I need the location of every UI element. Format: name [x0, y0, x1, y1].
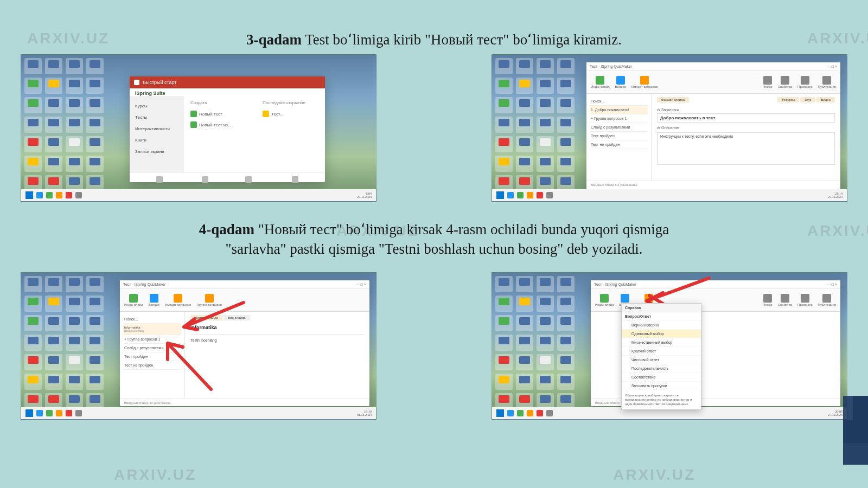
pass-item[interactable]: Тест пройден [123, 352, 181, 361]
taskbar: 21:14 27.11.2024 [492, 189, 847, 201]
recent-item[interactable]: Тест... [263, 108, 318, 119]
taskbar-icon[interactable] [75, 192, 82, 198]
title-input[interactable]: Добро пожаловать в тест [657, 113, 835, 123]
ribbon-import[interactable]: Импорт вопросов [165, 294, 192, 306]
quickstart-footer: Видеоуроки Вопросы Справка Сообщество [130, 172, 325, 190]
dd-num[interactable]: Числовой ответ [622, 356, 701, 364]
start-button[interactable] [25, 191, 33, 199]
ribbon-props[interactable]: Свойства [778, 76, 792, 88]
quizmaker-window: Тест - iSpring QuizMaker — □ × Инфо-слай… [120, 280, 369, 406]
taskbar-icon[interactable] [46, 192, 53, 198]
dd-fill[interactable]: Заполнить пропуски [622, 382, 701, 390]
watermark: ARXIV.UZ [114, 466, 196, 484]
footer-faq[interactable]: Вопросы [199, 176, 212, 187]
dd-single[interactable]: Одиночный выбор [622, 330, 701, 338]
screenshot-2: Тест - iSpring QuizMaker — □ × Инфо-слай… [492, 54, 847, 202]
intro-slide[interactable]: Informatika Вводный слайд [123, 324, 181, 335]
qm-editor: Формат слайда Ресурсы Звук Видео ⊖ Загол… [652, 94, 840, 181]
ribbon-import[interactable]: Импорт вопросов [631, 76, 658, 88]
search-field[interactable]: Поиск... [123, 315, 181, 324]
ribbon-publish[interactable]: Публикация [818, 294, 836, 306]
qm-editor: Формат слайда Вид слайда Informatika Tes… [185, 312, 369, 399]
tab-format[interactable]: Формат слайда [657, 97, 689, 102]
dropdown-section: Вопрос/Ответ [622, 312, 701, 321]
qm-titlebar: Тест - iSpring QuizMaker — □ × [591, 280, 840, 289]
close-icon[interactable]: — □ × [827, 65, 837, 68]
footer-videos[interactable]: Видеоуроки [150, 176, 168, 187]
step4-text-1: "Новый тест" boʻlimiga kirsak 4-rasm och… [254, 221, 669, 237]
dd-vv[interactable]: Верно/Неверно [622, 321, 701, 330]
taskbar-icon[interactable] [36, 192, 43, 198]
ribbon-preview[interactable]: Просмотр [797, 294, 812, 306]
ribbon-player[interactable]: Плеер [763, 76, 773, 88]
group-item[interactable]: + Группа вопросов 1 [123, 335, 181, 344]
desc-label: ⊖ Описание [657, 126, 835, 130]
ribbon-player[interactable]: Плеер [763, 294, 773, 306]
results-item[interactable]: Слайд с результатами [123, 344, 181, 352]
taskbar-icon[interactable] [56, 192, 62, 198]
sidebar-recording[interactable]: Запись экрана [130, 146, 184, 157]
sidebar-interact[interactable]: Интерактивности [130, 123, 184, 134]
new-test-from-item[interactable]: Новый тест из... [190, 119, 246, 130]
sidebar-books[interactable]: Книги [130, 134, 184, 146]
close-icon[interactable]: — □ × [827, 282, 837, 286]
ribbon-infoslide[interactable]: Инфо-слайд [591, 76, 610, 88]
sidebar-courses[interactable]: Курсы [130, 100, 184, 112]
ribbon-group[interactable]: Группа вопросов [196, 294, 222, 306]
intro-slide-item[interactable]: 1. Добро пожаловать! [590, 106, 648, 114]
screenshot-row-2: Тест - iSpring QuizMaker — □ × Инфо-слай… [0, 272, 868, 420]
ribbon-question[interactable]: Вопрос [615, 76, 626, 88]
dd-seq[interactable]: Последовательность [622, 364, 701, 373]
step3-heading: 3-qadam Test boʻlimiga kirib "Новый тест… [0, 30, 868, 49]
qm-ribbon: Инфо-слайд Вопрос Импорт вопросов Группа… [120, 289, 369, 312]
tab-view[interactable]: Вид слайда [224, 315, 250, 320]
start-button[interactable] [496, 191, 504, 199]
step4-heading: 4-qadam "Новый тест" boʻlimiga kirsak 4-… [0, 220, 868, 259]
ribbon-preview[interactable]: Просмотр [797, 76, 812, 88]
tab-format[interactable]: Формат слайда [190, 315, 222, 320]
dd-short[interactable]: Краткий ответ [622, 347, 701, 356]
titlebar-text: Быстрый старт [143, 80, 176, 85]
close-icon[interactable]: — □ × [356, 282, 366, 286]
ribbon-infoslide[interactable]: Инфо-слайд [124, 294, 143, 306]
desktop-icons [495, 276, 577, 405]
dd-multi[interactable]: Множественный выбор [622, 338, 701, 347]
group-item[interactable]: + Группа вопросов 1 [590, 114, 648, 123]
qm-slides-panel: Поиск... 1. Добро пожаловать! + Группа в… [586, 94, 652, 181]
app-icon [134, 80, 139, 85]
dd-match[interactable]: Соответствие [622, 373, 701, 382]
screenshot-1: Быстрый старт iSpring Suite Курсы Тесты … [21, 54, 376, 202]
quizmaker-window: Тест - iSpring QuizMaker — □ × Инфо-слай… [591, 280, 840, 406]
ribbon-props[interactable]: Свойства [778, 294, 792, 306]
results-item[interactable]: Слайд с результатами [590, 123, 648, 132]
qm-statusbar: Вводный слайд По умолчанию [586, 181, 840, 188]
taskbar-clock: 21:14 27.11.2024 [828, 192, 843, 198]
sidebar-tests[interactable]: Тесты [130, 112, 184, 123]
watermark: ARXIV.UZ [613, 466, 695, 484]
tab-sound[interactable]: Звук [800, 97, 815, 102]
footer-community[interactable]: Сообщество [285, 176, 304, 187]
ribbon-infoslide[interactable]: Инфо-слайд [595, 294, 614, 306]
ribbon-question[interactable]: Вопрос [149, 294, 159, 306]
fail-item[interactable]: Тест не пройден [123, 361, 181, 370]
qm-statusbar: Вводный слайд По умолчанию [120, 399, 369, 406]
pass-item[interactable]: Тест пройден [590, 132, 648, 140]
new-test-item[interactable]: Новый тест [190, 108, 246, 119]
tab-resources[interactable]: Ресурсы [777, 97, 799, 102]
search-field[interactable]: Поиск... [590, 97, 648, 106]
fail-item[interactable]: Тест не пройден [590, 140, 648, 149]
tab-video[interactable]: Видео [816, 97, 835, 102]
desc-input[interactable]: Инструкции к тесту, если эти необходимо [657, 132, 835, 165]
footer-help[interactable]: Справка [242, 176, 256, 187]
title-label: ⊖ Заголовок [657, 108, 835, 112]
title-input[interactable]: Informatika [190, 324, 364, 331]
screenshot-4: Тест - iSpring QuizMaker — □ × Инфо-слай… [492, 272, 847, 420]
desc-input[interactable]: Testni boshlang [190, 338, 364, 342]
start-button[interactable] [496, 409, 504, 417]
start-button[interactable] [25, 409, 33, 417]
desktop-icons [495, 58, 577, 187]
quizmaker-window: Тест - iSpring QuizMaker — □ × Инфо-слай… [586, 62, 840, 190]
taskbar-icon[interactable] [66, 192, 72, 198]
desktop-icons [24, 58, 106, 187]
ribbon-publish[interactable]: Публикация [818, 76, 836, 88]
